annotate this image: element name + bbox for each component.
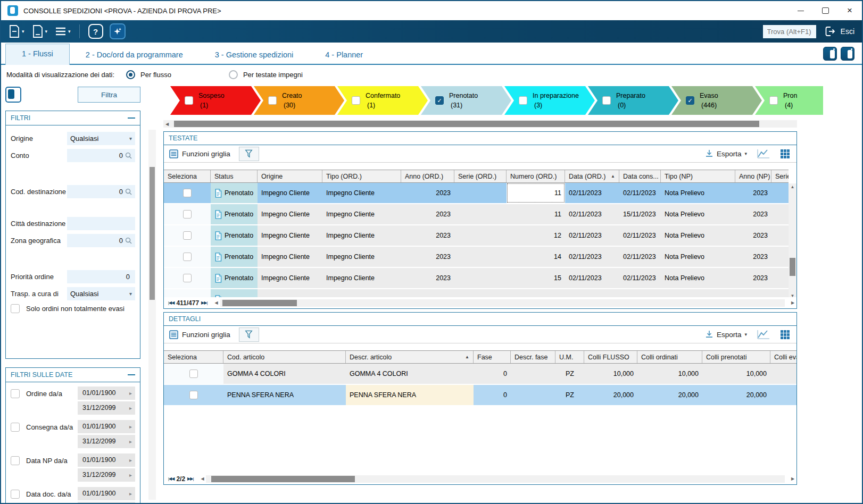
column-header-descr-articolo[interactable]: Descr. articolo▲ [346,351,474,363]
row-checkbox[interactable] [183,274,192,282]
row-checkbox[interactable] [183,231,192,240]
row-select-cell[interactable] [164,183,211,203]
column-header-serie-ord-[interactable]: Serie (ORD.) [454,170,507,182]
date-from-input[interactable]: 01/01/1900▸ [78,420,135,433]
scrollbar-thumb[interactable] [174,121,759,127]
sidebar-scrollbar[interactable] [148,130,156,500]
cod-destinazione-input[interactable]: 0 [67,185,135,198]
last-page-icon[interactable]: ▶▶| [201,300,207,305]
last-page-icon[interactable]: ▶▶| [187,476,193,481]
flow-stage-pron[interactable]: Pron(4) [755,86,823,115]
close-button[interactable]: × [837,1,862,20]
radio-per-testate-impegni[interactable]: Per testate impegni [229,70,303,79]
filter-funnel-button[interactable] [239,147,259,161]
help-button[interactable]: ? [88,24,103,39]
filtra-button[interactable]: Filtra [78,87,140,103]
column-header-data-cons-[interactable]: Data cons... [619,170,661,182]
row-select-cell[interactable] [164,225,211,246]
open-document-button[interactable]: ▾ [32,24,48,38]
panel-layout-icon[interactable] [823,47,837,61]
scrollbar-thumb[interactable] [150,167,155,300]
column-header-seleziona[interactable]: Seleziona [164,170,211,182]
search-input[interactable] [763,25,816,38]
radio-per-flusso[interactable]: Per flusso [126,70,171,79]
radio-selected-icon[interactable] [126,70,135,79]
row-select-cell[interactable] [164,204,211,224]
table-row[interactable]: PrenotatoImpegno ClienteImpegno Cliente2… [164,268,789,289]
column-header-colli-ordinati[interactable]: Colli ordinati [637,351,702,363]
row-select-cell[interactable] [164,385,223,405]
zona-geografica-input[interactable]: 0 [67,234,135,247]
checkbox-checked-icon[interactable]: ✓ [435,96,444,105]
column-header-data-ord-[interactable]: Data (ORD.)▲ [565,170,619,182]
flow-stage-evaso[interactable]: ✓Evaso(446) [671,86,762,115]
grid-functions-button[interactable]: Funzioni griglia [169,330,230,339]
assistant-button[interactable] [110,23,126,39]
column-header-tipo-ord-[interactable]: Tipo (ORD.) [322,170,401,182]
column-header-fase[interactable]: Fase [474,351,511,363]
chart-button[interactable] [757,329,770,340]
exit-button[interactable]: Esci [824,25,854,38]
column-header-serie-np-[interactable]: Serie (NP) [771,170,789,182]
minimize-button[interactable] [789,1,813,20]
testate-vertical-scrollbar[interactable]: ▲ ▼ [789,183,796,299]
scroll-left-icon[interactable]: ◀ [213,300,220,305]
first-page-icon[interactable]: |◀◀ [168,300,174,305]
column-header-numero-ord-[interactable]: Numero (ORD.) [507,170,565,182]
spinner-icon[interactable]: ▸ [129,439,132,444]
column-header-seleziona[interactable]: Seleziona [164,351,223,363]
grid-functions-button[interactable]: Funzioni griglia [169,149,230,158]
grid-view-button[interactable] [780,149,790,159]
date-to-input[interactable]: 31/12/2099▸ [78,502,135,504]
collapse-panel-icon[interactable] [128,374,135,375]
collapse-sidebar-icon[interactable] [5,87,21,103]
checkbox-unchecked-icon[interactable] [519,96,527,105]
checkbox-unchecked-icon[interactable] [268,96,277,105]
tab-doc-ord-da-programmare[interactable]: 2 - Doc/ord da programmare [70,45,199,64]
citta-destinazione-input[interactable] [67,217,135,230]
checkbox-unchecked-icon[interactable] [352,96,360,105]
column-header-descr-fase[interactable]: Descr. fase [511,351,555,363]
solo-ordini-checkbox-row[interactable]: Solo ordini non totalmente evasi [11,304,135,313]
row-select-cell[interactable] [164,247,211,267]
flow-stage-confermato[interactable]: Confermato(1) [337,86,428,115]
spinner-icon[interactable]: ▸ [129,457,132,463]
row-checkbox[interactable] [183,189,192,197]
panel-layout-icon[interactable] [841,47,854,61]
spinner-icon[interactable]: ▸ [129,491,132,497]
radio-unselected-icon[interactable] [229,70,238,79]
checkbox-unchecked-icon[interactable] [185,96,193,105]
origine-select[interactable]: Qualsiasi ▾ [67,132,135,145]
collapse-panel-icon[interactable] [128,117,135,119]
table-row[interactable]: PrenotatoImpegno ClienteImpegno Cliente2… [164,183,789,204]
spinner-icon[interactable]: ▸ [129,405,132,411]
scroll-right-icon[interactable]: ▶ [789,476,796,481]
column-header-origine[interactable]: Origine [258,170,322,182]
checkbox-unchecked-icon[interactable] [769,96,778,105]
flow-horizontal-scrollbar[interactable]: ◀ [163,120,797,128]
new-document-button[interactable]: ▾ [9,24,24,38]
export-button[interactable]: Esporta ▾ [705,330,747,339]
scroll-left-icon[interactable]: ◀ [163,122,171,127]
trasp-a-cura-di-select[interactable]: Qualsiasi ▾ [67,287,135,300]
scrollbar-thumb[interactable] [211,476,355,482]
row-checkbox[interactable] [183,210,192,219]
flow-stage-sospeso[interactable]: Sospeso(1) [170,86,261,115]
flow-stage-prenotato[interactable]: ✓Prenotato(31) [421,86,511,115]
row-select-cell[interactable] [164,268,211,288]
export-button[interactable]: Esporta ▾ [705,149,747,158]
flow-stage-preparato[interactable]: Preparato(0) [588,86,678,115]
row-select-cell[interactable] [164,364,223,384]
first-page-icon[interactable]: |◀◀ [168,476,174,481]
checkbox-unchecked-icon[interactable] [11,490,20,499]
column-header-colli-evasi[interactable]: Colli evasi [770,351,796,363]
table-row[interactable]: PENNA SFERA NERAPENNA SFERA NERA0PZ20,00… [164,385,796,406]
table-row[interactable]: GOMMA 4 COLORIGOMMA 4 COLORI0PZ10,00010,… [164,364,796,385]
date-from-input[interactable]: 01/01/1900▸ [78,487,135,500]
row-checkbox[interactable] [189,391,198,399]
column-header-status[interactable]: Status [211,170,258,182]
maximize-button[interactable] [813,1,837,20]
scrollbar-thumb[interactable] [222,300,297,306]
search-icon[interactable] [125,152,132,159]
tab-flussi[interactable]: 1 - Flussi [5,44,70,65]
